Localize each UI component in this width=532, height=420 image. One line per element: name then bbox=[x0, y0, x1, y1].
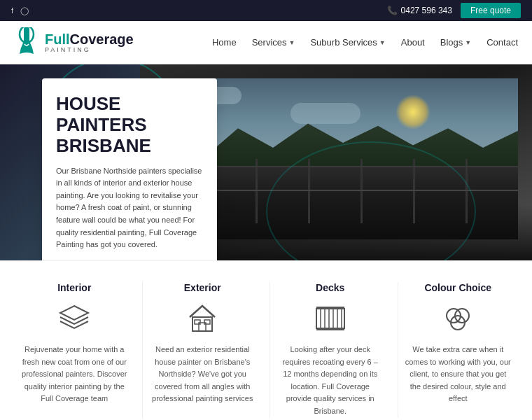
logo[interactable]: FullCoverage PAINTING bbox=[14, 27, 134, 58]
feature-colour-icon bbox=[441, 302, 475, 335]
house-icon bbox=[186, 302, 219, 335]
phone-icon: 📞 bbox=[387, 6, 398, 15]
logo-sub: PAINTING bbox=[45, 47, 134, 54]
feature-exterior-icon bbox=[186, 302, 219, 335]
blogs-chevron: ▼ bbox=[465, 39, 471, 46]
feature-colour-title: Colour Choice bbox=[424, 282, 491, 293]
feature-interior: Interior Rejuvenate your home with a fre… bbox=[14, 282, 135, 418]
feature-decks-icon bbox=[314, 302, 347, 335]
phone-number: 📞 0427 596 343 bbox=[387, 6, 452, 15]
nav-links: Home Services ▼ Suburb Services ▼ About … bbox=[212, 37, 518, 48]
nav-about[interactable]: About bbox=[401, 37, 425, 48]
feature-interior-desc: Rejuvenate your home with a fresh new co… bbox=[21, 344, 128, 405]
feature-decks: Decks Looking after your deck requires r… bbox=[270, 282, 391, 418]
svg-marker-2 bbox=[60, 306, 88, 320]
logo-name: FullCoverage bbox=[45, 31, 134, 47]
social-icons: f ◯ bbox=[11, 6, 29, 15]
hero-title: HOUSE PAINTERS BRISBANE bbox=[56, 94, 203, 157]
feature-exterior: Exterior Need an exterior residential ho… bbox=[142, 282, 263, 418]
hero-card: HOUSE PAINTERS BRISBANE Our Brisbane Nor… bbox=[42, 78, 217, 260]
navbar: FullCoverage PAINTING Home Services ▼ Su… bbox=[0, 21, 532, 64]
nav-services[interactable]: Services ▼ bbox=[252, 37, 295, 48]
feature-decks-title: Decks bbox=[316, 282, 344, 293]
nav-suburb-services[interactable]: Suburb Services ▼ bbox=[310, 37, 385, 48]
svg-rect-0 bbox=[24, 27, 29, 43]
top-bar-right: 📞 0427 596 343 Free quote bbox=[387, 3, 521, 18]
free-quote-button[interactable]: Free quote bbox=[461, 3, 521, 18]
logo-icon bbox=[14, 27, 39, 58]
hero-section: HOUSE PAINTERS BRISBANE Our Brisbane Nor… bbox=[0, 64, 532, 260]
instagram-icon[interactable]: ◯ bbox=[20, 6, 29, 15]
top-bar: f ◯ 📞 0427 596 343 Free quote bbox=[0, 0, 532, 21]
services-chevron: ▼ bbox=[289, 39, 295, 46]
facebook-icon[interactable]: f bbox=[11, 6, 13, 15]
feature-decks-desc: Looking after your deck requires recoati… bbox=[277, 344, 384, 418]
features-section: Interior Rejuvenate your home with a fre… bbox=[0, 260, 532, 420]
colour-circles-icon bbox=[441, 302, 475, 335]
hero-description: Our Brisbane Northside painters speciali… bbox=[56, 165, 203, 251]
feature-colour-desc: We take extra care when it comes to work… bbox=[405, 344, 512, 405]
feature-interior-icon bbox=[57, 302, 91, 335]
suburb-services-chevron: ▼ bbox=[379, 39, 386, 46]
layers-icon bbox=[57, 302, 91, 335]
feature-interior-title: Interior bbox=[57, 282, 91, 293]
svg-rect-6 bbox=[204, 320, 210, 324]
logo-text: FullCoverage PAINTING bbox=[45, 31, 134, 54]
feature-colour: Colour Choice We take extra care when it… bbox=[398, 282, 519, 418]
feature-exterior-title: Exterior bbox=[184, 282, 221, 293]
nav-home[interactable]: Home bbox=[212, 37, 237, 48]
feature-exterior-desc: Need an exterior residential house paint… bbox=[150, 344, 256, 405]
nav-blogs[interactable]: Blogs ▼ bbox=[440, 37, 471, 48]
svg-rect-5 bbox=[195, 320, 200, 324]
decks-icon bbox=[314, 302, 347, 335]
nav-contact[interactable]: Contact bbox=[486, 37, 518, 48]
